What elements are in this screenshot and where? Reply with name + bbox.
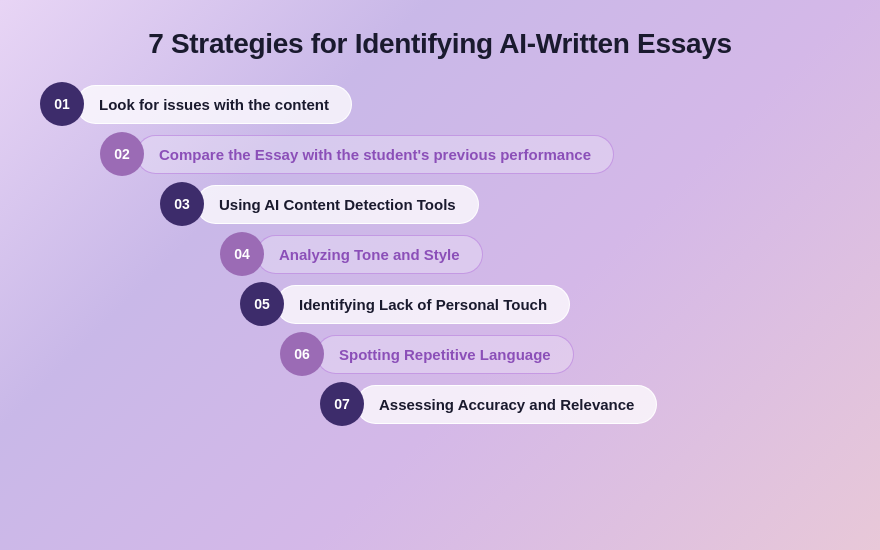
strategy-row: 03Using AI Content Detection Tools bbox=[160, 182, 840, 226]
number-badge-05: 05 bbox=[240, 282, 284, 326]
strategy-row: 05Identifying Lack of Personal Touch bbox=[240, 282, 840, 326]
page-title: 7 Strategies for Identifying AI-Written … bbox=[148, 28, 732, 60]
strategy-label-03: Using AI Content Detection Tools bbox=[196, 185, 479, 224]
number-badge-04: 04 bbox=[220, 232, 264, 276]
strategy-label-04: Analyzing Tone and Style bbox=[256, 235, 483, 274]
strategy-label-06: Spotting Repetitive Language bbox=[316, 335, 574, 374]
strategy-row: 06Spotting Repetitive Language bbox=[280, 332, 840, 376]
number-badge-02: 02 bbox=[100, 132, 144, 176]
number-badge-07: 07 bbox=[320, 382, 364, 426]
number-badge-06: 06 bbox=[280, 332, 324, 376]
strategy-label-01: Look for issues with the content bbox=[76, 85, 352, 124]
strategies-list: 01Look for issues with the content02Comp… bbox=[40, 82, 840, 432]
strategy-label-05: Identifying Lack of Personal Touch bbox=[276, 285, 570, 324]
strategy-label-02: Compare the Essay with the student's pre… bbox=[136, 135, 614, 174]
strategy-row: 01Look for issues with the content bbox=[40, 82, 840, 126]
number-badge-01: 01 bbox=[40, 82, 84, 126]
strategy-row: 07Assessing Accuracy and Relevance bbox=[320, 382, 840, 426]
strategy-row: 04Analyzing Tone and Style bbox=[220, 232, 840, 276]
number-badge-03: 03 bbox=[160, 182, 204, 226]
strategy-row: 02Compare the Essay with the student's p… bbox=[100, 132, 840, 176]
strategy-label-07: Assessing Accuracy and Relevance bbox=[356, 385, 657, 424]
